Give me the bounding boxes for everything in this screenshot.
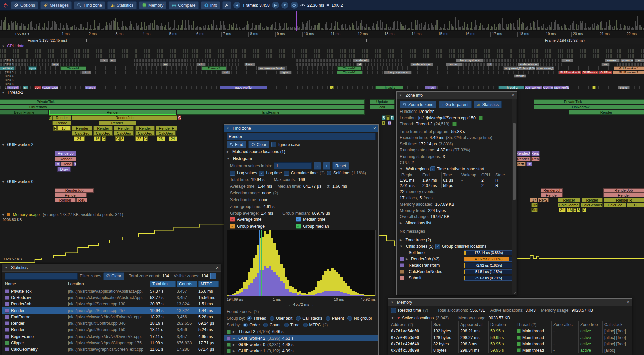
wait-col-header[interactable]: End	[421, 172, 441, 178]
timeline-zone[interactable]: 9	[73, 162, 77, 166]
timeline-zone[interactable]: 18	[526, 162, 532, 166]
timeline-zone[interactable]: C	[178, 115, 182, 120]
timeline-zone[interactable]: Render	[99, 121, 136, 125]
legend-item[interactable]: Median time	[296, 217, 360, 222]
scrollbar[interactable]	[512, 99, 516, 294]
compare-button[interactable]: Compare	[169, 1, 198, 9]
group-by-option[interactable]: No groupi	[347, 316, 372, 321]
legend-checkbox[interactable]	[296, 217, 301, 222]
col-call-stack[interactable]: Call stack	[602, 321, 632, 328]
expand-icon[interactable]: ▶	[233, 343, 235, 346]
timeline-zone[interactable]: Render	[569, 110, 644, 115]
found-zone-group[interactable]: ▶ GUIF worker 2 (3,296) 4.61 s	[224, 335, 378, 341]
self-time-radio[interactable]	[327, 171, 331, 175]
col-thread[interactable]: Thread(?)	[515, 321, 551, 328]
timeline-zone[interactable]: U	[388, 121, 392, 125]
expand-icon[interactable]: ▶	[233, 349, 235, 353]
timeline-zone[interactable]: Render	[135, 126, 155, 131]
close-icon[interactable]: ×	[627, 300, 629, 305]
bin-increase-button[interactable]: +	[323, 162, 330, 170]
group-by-option[interactable]: Thread	[247, 316, 266, 321]
reset-button[interactable]: Reset	[332, 162, 349, 170]
timeline-zone[interactable]: Render F	[156, 126, 177, 131]
statistics-row[interactable]: RenderJob jni/../jni/src/guif/Screen.cpp…	[2, 301, 221, 307]
close-icon[interactable]: ×	[216, 265, 219, 270]
location-value[interactable]: jni/../jni/src/guif/Screen.cpp:150	[418, 116, 476, 120]
radio-icon[interactable]	[243, 323, 248, 327]
log-values-checkbox[interactable]	[230, 171, 235, 176]
statistics-row[interactable]: Render jni/../jni/src/guif/Screen.cpp:15…	[2, 327, 221, 333]
allocation-row[interactable]: 0x7dfc42d640 32 bytes 298.3 ms 59.95 s M…	[388, 341, 632, 347]
timeline-zone[interactable]: Update	[370, 99, 395, 104]
thread-header-guif-worker2[interactable]: ▼ GUIF worker 2	[2, 142, 33, 147]
timeline-zone[interactable]: 24	[559, 208, 566, 212]
timeline-zone[interactable]: Render	[603, 193, 644, 197]
statistics-row[interactable]: BeginFrame jni/../jni/src/claw/gfx/drv/v…	[2, 333, 221, 340]
timeline-zone[interactable]: F	[53, 126, 57, 131]
child-zone-row[interactable]: RecalcTransform 72.92 us (1.62%)	[397, 262, 517, 269]
timeline-zone[interactable]: 18.	[57, 126, 71, 131]
child-zone-row[interactable]: Submit 35.63 us (0.79%)	[397, 275, 517, 281]
memory-titlebar[interactable]: ▼ Memory ×	[388, 299, 632, 306]
frames-row[interactable]: Frame 3,193 (22.45 ms) Frame 3,194 (13.9…	[0, 38, 644, 44]
collapse-icon[interactable]: ▼	[391, 316, 394, 320]
timeline-zone[interactable]: Rend	[61, 162, 73, 166]
radio-icon[interactable]	[347, 316, 352, 321]
memory-button[interactable]: Memory	[139, 1, 166, 9]
timeline-zone[interactable]: RenderJob	[55, 188, 94, 193]
timeline-zone[interactable]: Rend	[531, 151, 540, 156]
alloc-call-stack[interactable]: [alloc] [free]	[602, 341, 632, 347]
statistics-button[interactable]: Statistics	[107, 1, 137, 9]
expand-icon[interactable]: ▶	[406, 257, 408, 261]
found-zone-group[interactable]: ▶ GUIF worker 1 (3,192) 4.39 s	[224, 348, 378, 354]
child-zones-section[interactable]: Child zones (5)	[406, 244, 434, 249]
zone-statistics-button[interactable]: Statistics	[474, 101, 502, 108]
timeline-zone[interactable]: call	[370, 105, 395, 109]
col-appeared-at[interactable]: Appeared at	[458, 321, 488, 328]
timeline-zone[interactable]: 16	[567, 208, 573, 212]
sort-by-option[interactable]: Order	[243, 323, 260, 327]
timeline-zone[interactable]: Sef	[531, 208, 538, 212]
find-zone-titlebar[interactable]: ▼ Find zone ×	[224, 125, 378, 132]
clear-filter-button[interactable]: ∅Clear	[103, 272, 124, 280]
active-allocations-section[interactable]: Active allocations	[402, 316, 434, 320]
timeline-zone[interactable]: RenderJ	[515, 151, 531, 156]
child-zone-row[interactable]: CalcRenderNodes 51.51 us (1.15%)	[397, 269, 517, 275]
group-by-option[interactable]: Call stacks	[296, 316, 322, 321]
legend-item[interactable]: Average time	[230, 217, 294, 222]
timeline-zone[interactable]: Render	[515, 157, 531, 161]
timeline-zone[interactable]: CalcGeo	[156, 131, 176, 136]
timeline-zone[interactable]: RenderJob	[603, 188, 644, 193]
time-ruler[interactable]: +55.83 s 1 ms2 ms3 ms4 ms5 ms6 ms7 ms8 m…	[0, 31, 644, 38]
wait-region-row[interactable]: 2.01 ms2.07 ms 59 μs- 2R	[400, 183, 514, 188]
timeline-zone[interactable]: Render	[114, 126, 134, 131]
timeline-zone[interactable]: CalcGeo	[72, 131, 92, 136]
col-zone-free[interactable]: Zone free	[578, 321, 602, 328]
timeline-zone[interactable]: OnRedraw	[534, 105, 644, 109]
wait-col-header[interactable]: CPU	[480, 172, 494, 178]
expand-icon[interactable]: ▶	[227, 150, 229, 153]
timeline-zone[interactable]: Render	[541, 193, 563, 197]
legend-checkbox[interactable]	[296, 224, 301, 229]
alloc-address[interactable]: 0x7dfaa64e00	[391, 328, 431, 334]
messages-button[interactable]: Messages	[40, 1, 72, 9]
col-mtpc[interactable]: MTPC	[198, 281, 219, 287]
timeline-zone[interactable]: Render	[55, 157, 76, 161]
timeline-zone[interactable]: C	[627, 203, 644, 207]
timeline-zone[interactable]: T	[382, 121, 385, 125]
timeline-zone[interactable]: C	[573, 208, 577, 212]
collapse-icon[interactable]: ▼	[399, 94, 402, 97]
timeline-zone[interactable]: 22	[135, 136, 143, 141]
radio-icon[interactable]	[284, 323, 289, 327]
statistics-row[interactable]: OnRedraw jni/../jni/src/claw/application…	[2, 294, 221, 301]
timeline-zone[interactable]: Render R	[604, 198, 644, 202]
statistics-row[interactable]: PrivateTick jni/../jni/src/claw/applicat…	[2, 288, 221, 294]
frame-label-right[interactable]: Frame 3,194 (13.92 ms)	[542, 38, 587, 42]
timeline-zone[interactable]: RenderJol	[541, 188, 563, 193]
timeline-zone[interactable]: RenderJob	[72, 115, 177, 120]
cumulate-time-checkbox[interactable]	[284, 171, 289, 176]
ignore-case-checkbox[interactable]	[271, 142, 276, 147]
radio-icon[interactable]	[326, 316, 330, 321]
collapse-icon[interactable]: ▼	[227, 157, 230, 160]
go-to-parent-button[interactable]: ↑Go to parent	[439, 101, 472, 108]
